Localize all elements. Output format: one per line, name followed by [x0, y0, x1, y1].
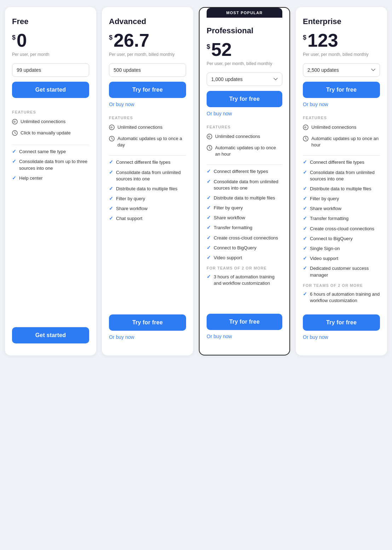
- clock-icon: [12, 130, 18, 138]
- team-feature-item: ✓ 3 hours of automation training and wor…: [207, 274, 282, 286]
- check-icon: ✓: [303, 246, 307, 251]
- updates-input[interactable]: [109, 63, 186, 77]
- check-feature-item: ✓ Consolidate data from unlimited source…: [109, 169, 186, 182]
- check-feature-text: Video support: [214, 255, 242, 261]
- svg-point-4: [207, 134, 212, 139]
- feature-item: Automatic updates up to once a day: [109, 135, 186, 148]
- bottom-actions: Try for freeOr buy now: [109, 314, 186, 347]
- check-feature-item: ✓ Transfer formatting: [303, 215, 380, 222]
- features-divider: [109, 155, 186, 156]
- check-icon: ✓: [207, 179, 211, 184]
- check-feature-item: ✓ Share workflow: [303, 205, 380, 212]
- infinity-icon: [303, 125, 309, 132]
- check-feature-item: ✓ Video support: [207, 255, 282, 261]
- check-icon: ✓: [207, 235, 211, 240]
- bottom-actions: Try for freeOr buy now: [303, 314, 380, 347]
- check-feature-text: Consolidate data from up to three source…: [19, 158, 89, 171]
- or-buy-now-bottom[interactable]: Or buy now: [207, 334, 282, 339]
- or-buy-now-top[interactable]: Or buy now: [207, 111, 282, 116]
- features-divider: [207, 164, 282, 165]
- cta-button-bottom[interactable]: Try for free: [303, 314, 380, 331]
- check-feature-text: Consolidate data from unlimited sources …: [116, 169, 186, 182]
- updates-input[interactable]: [12, 63, 89, 77]
- check-feature-item: ✓ Connect same file type: [12, 149, 89, 155]
- check-feature-text: Connect different file types: [116, 159, 171, 166]
- check-icon: ✓: [207, 215, 211, 220]
- bottom-actions: Try for freeOr buy now: [207, 314, 282, 346]
- plan-card-enterprise: Enterprise $ 123 Per user, per month, bi…: [296, 7, 387, 355]
- check-icon: ✓: [109, 216, 113, 221]
- check-feature-item: ✓ Share workflow: [109, 205, 186, 212]
- price-dollar: $: [207, 43, 210, 51]
- check-feature-text: Single Sign-on: [310, 245, 340, 252]
- check-feature-text: Connect different file types: [214, 168, 268, 175]
- updates-select[interactable]: 2,500 updates: [303, 63, 380, 77]
- check-feature-text: Connect different file types: [310, 159, 364, 166]
- check-feature-text: Share workflow: [116, 205, 148, 212]
- price-dollar: $: [109, 34, 113, 41]
- check-feature-text: Create cross-cloud connections: [310, 226, 374, 232]
- check-icon: ✓: [303, 236, 307, 241]
- check-icon: ✓: [109, 186, 113, 191]
- plan-price: $ 26.7: [109, 31, 186, 50]
- check-icon: ✓: [207, 225, 211, 230]
- clock-icon: [303, 136, 309, 143]
- check-icon: ✓: [303, 216, 307, 221]
- check-feature-text: Connect to BigQuery: [214, 245, 256, 251]
- team-feature-text: 3 hours of automation training and workf…: [214, 274, 282, 286]
- bottom-actions: Get started: [12, 327, 89, 347]
- check-feature-text: Help center: [19, 175, 42, 181]
- price-period: Per user, per month: [12, 52, 89, 58]
- features-label: FEATURES: [109, 116, 186, 120]
- or-buy-now-top[interactable]: Or buy now: [109, 102, 186, 107]
- feature-text: Automatic updates up to once an hour: [311, 135, 380, 148]
- check-feature-text: Consolidate data from unlimited sources …: [310, 169, 380, 182]
- feature-item: Automatic updates up to once an hour: [207, 145, 282, 157]
- check-icon: ✓: [109, 196, 113, 201]
- price-amount: 52: [211, 40, 232, 59]
- check-feature-text: Share workflow: [214, 215, 245, 221]
- cta-button-bottom[interactable]: Try for free: [109, 314, 186, 331]
- feature-item: Unlimited connections: [12, 118, 89, 126]
- check-icon: ✓: [207, 205, 211, 210]
- check-feature-item: ✓ Share workflow: [207, 215, 282, 221]
- check-icon: ✓: [12, 149, 16, 154]
- check-icon: ✓: [303, 170, 307, 175]
- check-icon: ✓: [303, 196, 307, 201]
- feature-text: Automatic updates up to once a day: [117, 135, 186, 148]
- check-feature-item: ✓ Video support: [303, 255, 380, 262]
- feature-text: Unlimited connections: [311, 124, 356, 131]
- or-buy-now-top[interactable]: Or buy now: [303, 102, 380, 107]
- plan-name: Enterprise: [303, 17, 380, 26]
- check-feature-text: Chat support: [116, 215, 142, 222]
- features-divider: [303, 155, 380, 156]
- check-feature-text: Filter by query: [310, 196, 339, 202]
- cta-button-bottom[interactable]: Get started: [12, 327, 89, 343]
- or-buy-now-bottom[interactable]: Or buy now: [109, 334, 186, 340]
- feature-item: Automatic updates up to once an hour: [303, 135, 380, 148]
- feature-item: Unlimited connections: [303, 124, 380, 132]
- check-feature-text: Filter by query: [116, 196, 145, 202]
- plan-name: Professional: [207, 26, 282, 35]
- infinity-icon: [109, 125, 115, 132]
- updates-select[interactable]: 1,000 updates: [207, 73, 282, 86]
- for-teams-label: FOR TEAMS OF 2 OR MORE: [303, 283, 380, 288]
- price-period: Per user, per month, billed monthly: [207, 61, 282, 67]
- feature-text: Unlimited connections: [215, 133, 260, 140]
- check-feature-item: ✓ Consolidate data from up to three sour…: [12, 158, 89, 171]
- or-buy-now-bottom[interactable]: Or buy now: [303, 334, 380, 340]
- cta-button-top[interactable]: Try for free: [303, 82, 380, 98]
- feature-text: Automatic updates up to once an hour: [215, 145, 282, 157]
- check-feature-text: Distribute data to multiple files: [214, 195, 275, 201]
- cta-button-top[interactable]: Get started: [12, 82, 89, 98]
- check-feature-item: ✓ Create cross-cloud connections: [303, 226, 380, 232]
- check-feature-item: ✓ Create cross-cloud connections: [207, 235, 282, 241]
- feature-text: Click to manually update: [21, 130, 71, 136]
- check-icon: ✓: [303, 256, 307, 261]
- check-feature-item: ✓ Filter by query: [109, 196, 186, 202]
- check-icon: ✓: [303, 226, 307, 231]
- cta-button-top[interactable]: Try for free: [109, 82, 186, 98]
- cta-button-top[interactable]: Try for free: [207, 91, 282, 107]
- feature-item: Click to manually update: [12, 130, 89, 138]
- cta-button-bottom[interactable]: Try for free: [207, 314, 282, 330]
